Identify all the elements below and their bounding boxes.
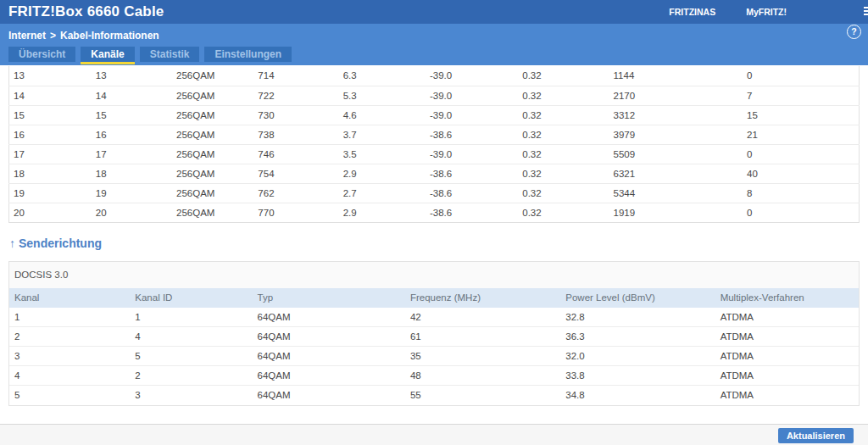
table-cell: 3.5 [339,144,426,164]
table-cell: 6.3 [339,66,426,86]
table-cell: 762 [253,183,338,203]
table-cell: 40 [743,164,859,183]
table-cell: 1 [130,308,252,327]
table-row: 5364QAM5534.8ATDMA [9,386,859,405]
table-row: 1414256QAM7225.3-39.00.3221707 [9,86,860,105]
fritznas-link[interactable]: FRITZINAS [669,7,715,17]
table-cell: 714 [253,66,338,86]
column-header: Power Level (dBmV) [560,288,715,308]
table-cell: 33.8 [560,366,715,386]
refresh-button[interactable]: Aktualisieren [778,428,854,443]
table-cell: 1 [9,308,130,327]
table-cell: 32.8 [560,308,715,327]
table-cell: 256QAM [172,105,253,125]
table-cell: 20 [92,203,172,222]
table-cell: 35 [405,347,560,366]
table-cell: 64QAM [253,386,405,405]
column-header: Kanal [9,288,130,308]
table-row: 1164QAM4232.8ATDMA [9,308,859,327]
app-title: FRITZ!Box 6660 Cable [8,3,164,20]
table-cell: 14 [92,86,172,105]
table-cell: 5 [9,386,130,405]
table-cell: 15 [9,105,92,125]
table-cell: 4 [9,366,130,386]
table-cell: -38.6 [426,164,518,183]
table-row: 1717256QAM7463.5-39.00.3255090 [9,144,860,164]
help-icon[interactable]: ? [847,25,861,39]
table-cell: 32.0 [560,347,715,366]
table-cell: 1144 [609,66,743,86]
docsis-panel: DOCSIS 3.0 KanalKanal IDTypFrequenz (MHz… [8,261,860,406]
tab-bar: Übersicht Kanäle Statistik Einstellungen [0,47,868,65]
table-cell: 2.9 [339,164,426,183]
table-cell: ATDMA [715,386,859,405]
table-cell: 0.32 [518,144,609,164]
table-cell: 64QAM [253,308,405,327]
table-cell: 34.8 [560,386,715,405]
table-cell: 256QAM [172,125,253,144]
table-cell: 4.6 [339,105,426,125]
table-cell: 5.3 [339,86,426,105]
table-cell: 0.32 [518,183,609,203]
table-cell: 19 [9,183,92,203]
column-header: Kanal ID [130,288,252,308]
table-cell: 1919 [609,203,743,222]
downstream-channel-table: 1313256QAM7146.3-39.00.32114401414256QAM… [8,66,860,223]
table-cell: 738 [253,125,338,144]
table-cell: 64QAM [253,347,405,366]
up-arrow-icon: ↑ [9,236,15,250]
myfritz-link[interactable]: MyFRITZ! [746,7,787,17]
tab-einstellungen[interactable]: Einstellungen [204,47,292,62]
table-cell: 8 [743,183,859,203]
tab-kanaele[interactable]: Kanäle [81,47,134,64]
docsis-version-label: DOCSIS 3.0 [9,262,859,288]
table-cell: 64QAM [253,327,405,347]
top-links: FRITZINAS MyFRITZ! [669,0,787,24]
column-header: Typ [253,288,405,308]
hamburger-menu-icon[interactable] [864,7,868,17]
column-header: Frequenz (MHz) [405,288,560,308]
table-cell: 16 [92,125,172,144]
table-row: 2464QAM6136.3ATDMA [9,327,859,347]
table-cell: 20 [9,203,92,222]
table-cell: 256QAM [172,144,253,164]
table-cell: 0.32 [518,66,609,86]
upstream-heading-label: Senderichtung [19,236,102,250]
column-header: Multiplex-Verfahren [715,288,859,308]
table-cell: 256QAM [172,203,253,222]
table-cell: 5509 [609,144,743,164]
table-cell: 18 [92,164,172,183]
table-cell: 55 [405,386,560,405]
table-cell: 14 [9,86,92,105]
table-cell: 19 [92,183,172,203]
table-cell: 2170 [609,86,743,105]
table-cell: -39.0 [426,66,518,86]
table-cell: 36.3 [560,327,715,347]
breadcrumb-section[interactable]: Internet [8,30,46,42]
table-cell: 730 [253,105,338,125]
table-cell: 2.7 [339,183,426,203]
table-cell: 13 [9,66,92,86]
table-cell: 3.7 [339,125,426,144]
table-cell: 18 [9,164,92,183]
table-cell: -38.6 [426,203,518,222]
tab-uebersicht[interactable]: Übersicht [8,47,75,62]
tab-statistik[interactable]: Statistik [140,47,200,62]
table-cell: ATDMA [715,347,859,366]
table-cell: -38.6 [426,183,518,203]
table-cell: 3 [9,347,130,366]
table-cell: 42 [405,308,560,327]
table-cell: 0 [743,144,859,164]
table-cell: -39.0 [426,105,518,125]
table-row: 1515256QAM7304.6-39.00.32331215 [9,105,860,125]
table-row: 3564QAM3532.0ATDMA [9,347,859,366]
table-cell: 3312 [609,105,743,125]
table-cell: -38.6 [426,125,518,144]
table-cell: 61 [405,327,560,347]
table-cell: 0.32 [518,125,609,144]
upstream-heading: ↑Senderichtung [9,237,868,250]
table-cell: -39.0 [426,86,518,105]
table-cell: 2.9 [339,203,426,222]
table-cell: 16 [9,125,92,144]
table-cell: 754 [253,164,338,183]
